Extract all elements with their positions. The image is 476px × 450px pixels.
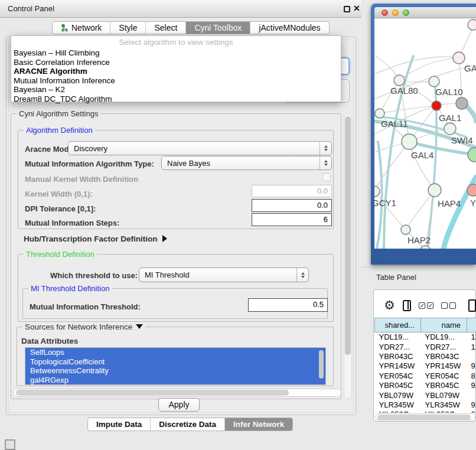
network-node[interactable] [456,97,468,109]
network-tab-icon [61,24,69,32]
network-node-gal8[interactable] [453,52,465,64]
tab-cyni-toolbox[interactable]: Cyni Toolbox [186,22,250,34]
table-cell: YIL052C [421,410,467,413]
tab-style[interactable]: Style [110,22,146,34]
tab-discretize-data[interactable]: Discretize Data [151,418,225,431]
data-attributes-list[interactable]: SelfLoopsTopologicalCoefficientBetweenne… [25,347,326,385]
window-close-icon[interactable] [382,9,388,16]
network-node-hap2[interactable] [401,225,410,234]
network-canvas[interactable]: GAL8GAL80GAL10GAL1GAL11SWI4GAL4GCY1HAP4Y… [374,18,476,249]
attribute-list-item[interactable]: gal4RGexp [25,376,325,385]
table-cell: YBR045C [375,380,421,390]
network-edge[interactable] [409,142,435,190]
manual-kernel-checkbox[interactable] [322,173,331,181]
table-cell: 12 [467,342,476,351]
network-edge[interactable] [380,106,436,113]
attribute-list-item[interactable]: BetweennessCentrality [25,366,325,376]
spinner-arrows-icon [296,268,308,282]
column-visibility-icon[interactable] [403,300,412,311]
algorithm-definition-title: Algorithm Definition [24,126,95,135]
network-node-gal80[interactable] [394,75,405,86]
dropdown-item[interactable]: Bayesian – K2 [11,85,341,94]
select-all-checkboxes-icon[interactable]: ✓✓ [419,302,433,309]
window-minimize-icon[interactable] [392,9,399,16]
tab-network[interactable]: Network [53,22,110,34]
settings-vertical-scrollbar[interactable] [344,113,352,399]
deselect-all-checkboxes-icon[interactable] [441,302,456,309]
minimized-panel-icon[interactable] [5,439,15,450]
attribute-list-item[interactable]: SelfLoops [25,348,325,357]
mi-threshold-field[interactable]: 0.5 [248,298,328,312]
tab-select[interactable]: Select [146,22,186,34]
kernel-width-field[interactable]: 0.0 [252,185,332,197]
network-node-gcy1[interactable] [374,186,380,197]
hub-definition-expander[interactable]: Hub/Transcription Factor Definition [24,234,167,243]
dropdown-item[interactable]: Dream8 DC_TDC Algorithm [11,94,341,104]
table-cell: YDL19... [421,332,467,342]
mi-type-select[interactable]: Naive Bayes [161,156,332,170]
table-row[interactable]: YER054CYER054C8. [375,371,476,380]
mi-threshold-label: Mutual Information Threshold: [30,302,141,311]
table-cell: YBR043C [421,351,467,361]
network-node-y[interactable] [467,184,476,196]
network-node-gal11[interactable] [375,109,384,118]
float-panel-icon[interactable] [344,6,350,12]
close-panel-icon[interactable]: ✕ [353,4,360,13]
node-attribute-table[interactable]: shared...nameA YDL19...YDL19...13YDR27..… [374,318,476,413]
network-node[interactable] [468,19,476,30]
table-settings-gear-icon[interactable]: ⚙ [384,299,395,311]
network-node[interactable] [468,148,476,162]
dpi-tolerance-field[interactable]: 0.0 [252,199,332,212]
attribute-list-item[interactable]: TopologicalCoefficient [25,357,325,367]
algorithm-dropdown-popup: Select algorithm to view settings Bayesi… [11,35,341,102]
dropdown-item[interactable]: Basic Correlation Inference [11,58,341,67]
dropdown-item[interactable]: ARACNE Algorithm [11,67,341,76]
apply-button[interactable]: Apply [158,398,200,412]
window-zoom-icon[interactable] [403,9,409,16]
table-row[interactable]: YBR043CYBR043C [375,351,476,361]
network-node-swi4[interactable] [444,123,456,135]
table-cell: 13 [467,332,476,342]
table-cell: YLR345W [375,400,421,409]
network-node-gal10[interactable] [429,76,439,87]
tab-label: Infer Network [233,420,284,429]
tab-label: jActiveMNodules [259,23,320,32]
table-row[interactable]: YDR27...YDR27...12 [375,342,476,351]
table-horizontal-scrollbar[interactable] [375,413,475,420]
tab-jactivemnodules[interactable]: jActiveMNodules [250,22,328,34]
export-table-file-icon[interactable] [468,299,476,312]
table-row[interactable]: YPR145WYPR145W9. [375,361,476,371]
table-row[interactable]: YDL19...YDL19...13 [375,332,476,342]
aracne-mode-select[interactable]: Discovery [68,141,332,155]
table-row[interactable]: YBL079WYBL079W [375,390,476,400]
network-node-hap4[interactable] [428,184,441,197]
dropdown-item[interactable]: Mutual Information Inference [11,76,341,86]
table-column-header[interactable]: name [421,318,467,332]
tab-infer-network[interactable]: Infer Network [225,418,292,431]
table-column-header[interactable]: A [467,318,476,332]
settings-horizontal-scrollbar[interactable] [13,389,341,397]
dpi-tolerance-label: DPI Tolerance [0,1]: [25,204,96,213]
network-edge[interactable] [467,106,476,121]
tab-label: Select [154,23,177,32]
control-panel-title: Control Panel [8,4,54,13]
table-row[interactable]: YIL052CYIL052C0 [375,410,476,413]
table-column-header[interactable]: shared... [375,318,421,332]
spinner-arrows-icon [319,142,331,155]
tab-label: Impute Data [96,420,142,429]
table-cell: YBR045C [421,380,467,390]
attribute-list-scrollbar[interactable] [319,350,324,379]
table-row[interactable]: YLR345WYLR345W9. [375,400,476,409]
network-node-gal4[interactable] [402,134,417,149]
table-cell: YDL19... [375,332,421,342]
tab-impute-data[interactable]: Impute Data [88,418,151,431]
network-edge[interactable] [374,191,406,230]
mi-steps-field[interactable]: 6 [252,213,332,226]
table-rows-clip: shared...nameA YDL19...YDL19...13YDR27..… [374,318,476,413]
table-row[interactable]: YBR045CYBR045C9. [375,380,476,390]
dropdown-item[interactable]: Bayesian – Hill Climbing [11,48,341,58]
which-threshold-select[interactable]: MI Threshold [139,268,309,282]
sources-group-title[interactable]: Sources for Network Inference [22,322,145,331]
network-node-gal1[interactable] [432,101,441,110]
network-window-titlebar[interactable] [374,7,476,18]
